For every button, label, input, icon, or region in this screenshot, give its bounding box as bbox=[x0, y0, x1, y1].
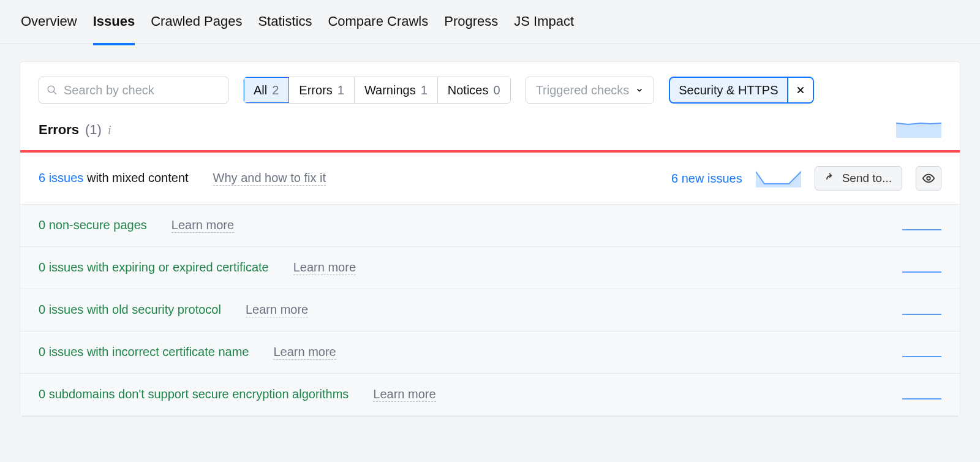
issue-row-incorrect-certificate-name[interactable]: 0 issues with incorrect certificate name… bbox=[20, 331, 960, 374]
share-arrow-icon bbox=[825, 173, 836, 184]
issue-sparkline-flat bbox=[902, 271, 941, 273]
search-icon bbox=[47, 85, 58, 96]
issue-count-link[interactable]: 6 issues bbox=[39, 171, 83, 184]
issue-sparkline-flat bbox=[902, 314, 941, 315]
segment-warnings[interactable]: Warnings 1 bbox=[355, 77, 438, 103]
filter-tag-label[interactable]: Security & HTTPS bbox=[670, 78, 786, 102]
issue-sparkline-flat bbox=[902, 229, 941, 230]
errors-section-header: Errors (1) i bbox=[20, 117, 960, 150]
top-nav: Overview Issues Crawled Pages Statistics… bbox=[0, 0, 980, 44]
issue-sparkline bbox=[756, 169, 801, 187]
learn-more-link[interactable]: Learn more bbox=[373, 387, 435, 402]
issues-panel: All 2 Errors 1 Warnings 1 Notices 0 Trig… bbox=[20, 61, 960, 417]
section-sparkline bbox=[896, 119, 941, 138]
learn-more-link[interactable]: Learn more bbox=[172, 218, 234, 233]
filter-tag-security-https: Security & HTTPS bbox=[669, 77, 813, 104]
tab-compare-crawls[interactable]: Compare Crawls bbox=[328, 5, 428, 45]
issue-title: 0 subdomains don't support secure encryp… bbox=[39, 387, 349, 401]
section-count: (1) bbox=[85, 122, 102, 138]
issue-title: 0 issues with expiring or expired certif… bbox=[39, 260, 269, 275]
segment-count: 1 bbox=[421, 83, 428, 97]
tab-js-impact[interactable]: JS Impact bbox=[514, 5, 574, 45]
svg-point-4 bbox=[927, 176, 930, 180]
segment-all[interactable]: All 2 bbox=[244, 77, 289, 103]
tab-crawled-pages[interactable]: Crawled Pages bbox=[151, 5, 242, 45]
issue-row-old-security-protocol[interactable]: 0 issues with old security protocol Lear… bbox=[20, 289, 960, 331]
section-title: Errors bbox=[39, 122, 79, 138]
send-to-button[interactable]: Send to... bbox=[815, 166, 902, 191]
filter-bar: All 2 Errors 1 Warnings 1 Notices 0 Trig… bbox=[20, 62, 960, 117]
dropdown-label: Triggered checks bbox=[536, 83, 630, 97]
view-button[interactable] bbox=[916, 166, 941, 191]
issue-title: 6 issues with mixed content bbox=[39, 171, 189, 185]
segment-label: Errors bbox=[299, 83, 332, 97]
info-icon[interactable]: i bbox=[108, 123, 111, 137]
close-icon bbox=[796, 85, 805, 95]
issue-title: 0 non-secure pages bbox=[39, 218, 147, 232]
tab-progress[interactable]: Progress bbox=[444, 5, 498, 45]
tab-overview[interactable]: Overview bbox=[21, 5, 77, 45]
search-field[interactable] bbox=[39, 77, 228, 104]
segment-count: 1 bbox=[337, 83, 344, 97]
chevron-down-icon bbox=[635, 83, 644, 97]
segment-notices[interactable]: Notices 0 bbox=[438, 77, 510, 103]
issue-row-non-secure-pages[interactable]: 0 non-secure pages Learn more bbox=[20, 205, 960, 247]
segment-errors[interactable]: Errors 1 bbox=[289, 77, 355, 103]
segment-label: Warnings bbox=[364, 83, 416, 97]
tab-issues[interactable]: Issues bbox=[93, 5, 135, 45]
eye-icon bbox=[922, 172, 935, 185]
svg-line-1 bbox=[53, 91, 56, 94]
severity-segmented: All 2 Errors 1 Warnings 1 Notices 0 bbox=[243, 77, 511, 104]
issue-sparkline-flat bbox=[902, 356, 941, 357]
issue-title: 0 issues with old security protocol bbox=[39, 303, 221, 317]
segment-count: 2 bbox=[272, 83, 279, 97]
tab-statistics[interactable]: Statistics bbox=[258, 5, 312, 45]
issue-row-mixed-content[interactable]: 6 issues with mixed content Why and how … bbox=[20, 153, 960, 205]
svg-point-0 bbox=[48, 86, 55, 93]
learn-more-link[interactable]: Learn more bbox=[273, 345, 336, 360]
learn-more-link[interactable]: Learn more bbox=[246, 303, 308, 317]
issue-title: 0 issues with incorrect certificate name bbox=[39, 345, 249, 359]
learn-more-link[interactable]: Learn more bbox=[293, 260, 356, 275]
issue-row-subdomains-no-secure-algo[interactable]: 0 subdomains don't support secure encryp… bbox=[20, 374, 960, 416]
issue-row-expiring-certificate[interactable]: 0 issues with expiring or expired certif… bbox=[20, 247, 960, 289]
search-input[interactable] bbox=[64, 83, 221, 97]
issue-sparkline-flat bbox=[902, 398, 941, 400]
triggered-checks-dropdown[interactable]: Triggered checks bbox=[526, 77, 655, 104]
why-and-how-link[interactable]: Why and how to fix it bbox=[213, 171, 326, 186]
new-issues-link[interactable]: 6 new issues bbox=[671, 172, 742, 186]
segment-label: All bbox=[254, 83, 267, 97]
segment-count: 0 bbox=[494, 83, 500, 97]
filter-tag-remove[interactable] bbox=[787, 78, 813, 102]
send-to-label: Send to... bbox=[842, 172, 892, 185]
segment-label: Notices bbox=[448, 83, 489, 97]
